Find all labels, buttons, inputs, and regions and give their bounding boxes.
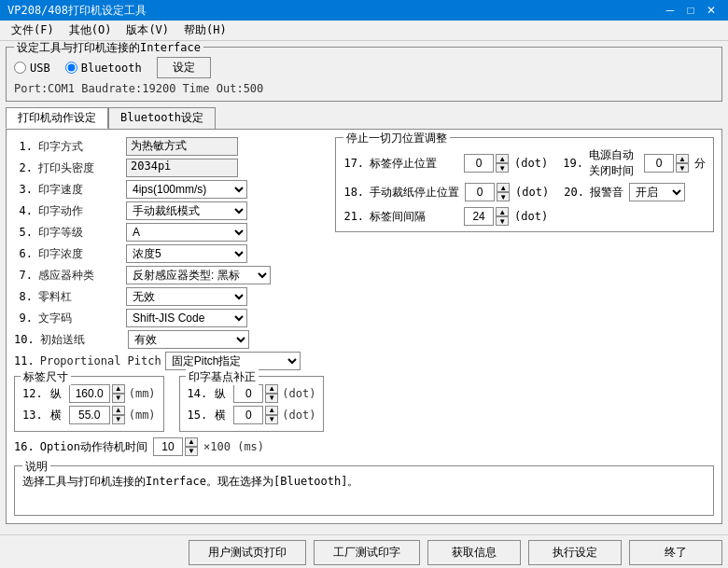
execute-settings-button[interactable]: 执行设定 — [528, 540, 622, 565]
label-gap-down-btn[interactable]: ▼ — [496, 216, 509, 226]
print-origin-legend: 印字基点补正 — [186, 369, 259, 385]
usb-radio-label[interactable]: USB — [14, 62, 50, 75]
row-14-num: 14. — [188, 387, 208, 400]
origin-vertical-input[interactable] — [233, 384, 263, 403]
row-12-label: 纵 — [50, 386, 62, 402]
factory-test-print-button[interactable]: 工厂测试印字 — [314, 540, 420, 565]
close-button[interactable]: ✕ — [702, 1, 721, 20]
alarm-sound-select[interactable]: 开启 关闭 — [629, 183, 685, 201]
origin-horizontal-input[interactable] — [233, 406, 263, 424]
row-9-num: 9. — [14, 312, 33, 325]
row-3-label: 印字速度 — [38, 182, 122, 198]
row-4: 4. 印字动作 手动裁纸模式 自动裁纸模式 — [14, 201, 324, 220]
desc-box-text: 选择工具与打印机连接的Interface。现在选择为[Bluetooth]。 — [22, 474, 706, 490]
manual-cut-stop-down-btn[interactable]: ▼ — [497, 192, 510, 201]
row-15-unit: (dot) — [282, 409, 315, 422]
row-12-unit: (mm) — [129, 387, 156, 400]
label-horizontal-up-btn[interactable]: ▲ — [112, 406, 125, 415]
manual-cut-stop-input[interactable] — [465, 183, 495, 201]
auto-shutoff-up-btn[interactable]: ▲ — [676, 154, 689, 163]
row-14-label: 纵 — [215, 386, 226, 402]
row-2-label: 打印头密度 — [38, 160, 122, 176]
row-7-num: 7. — [14, 269, 33, 282]
interface-legend: 设定工具与打印机连接的Interface — [14, 41, 203, 56]
option-wait-down-btn[interactable]: ▼ — [185, 447, 198, 456]
label-vertical-down-btn[interactable]: ▼ — [112, 394, 125, 403]
row-15-num: 15. — [188, 409, 208, 422]
row-13-label: 横 — [50, 408, 62, 423]
row-7: 7. 感应器种类 反射感应器类型: 黑标 透过感应器类型 — [14, 266, 324, 284]
manual-cut-stop-up-btn[interactable]: ▲ — [497, 183, 510, 192]
origin-vertical-up-btn[interactable]: ▲ — [265, 384, 278, 394]
sensor-type-select[interactable]: 反射感应器类型: 黑标 透过感应器类型 — [126, 266, 271, 284]
row-15: 15. 横 ▲ ▼ (dot) — [188, 406, 316, 424]
row-8-num: 8. — [14, 290, 33, 303]
row-8-label: 零料杠 — [38, 289, 122, 305]
row-7-label: 感应器种类 — [38, 268, 122, 284]
print-density-select[interactable]: 浓度5 浓度1 浓度2 浓度3 浓度4 — [126, 244, 247, 263]
title-bar-title: VP208/408打印机设定工具 — [7, 3, 147, 19]
row-4-num: 4. — [14, 204, 33, 217]
tab-bluetooth-settings[interactable]: Bluetooth设定 — [108, 107, 216, 129]
tab-print-settings[interactable]: 打印机动作设定 — [6, 107, 108, 129]
row-9-label: 文字码 — [38, 311, 122, 326]
row-6: 6. 印字浓度 浓度5 浓度1 浓度2 浓度3 浓度4 — [14, 244, 324, 263]
menu-version[interactable]: 版本(V) — [119, 21, 176, 40]
exit-button[interactable]: 终了 — [629, 540, 722, 565]
interface-setup-button[interactable]: 设定 — [157, 57, 211, 78]
row-12-num: 12. — [22, 387, 43, 400]
origin-horizontal-up-btn[interactable]: ▲ — [265, 406, 278, 415]
desc-box-legend: 说明 — [22, 459, 50, 475]
bluetooth-radio[interactable] — [65, 62, 77, 74]
label-horizontal-input[interactable] — [69, 406, 110, 424]
row-6-num: 6. — [14, 247, 33, 260]
row-5: 5. 印字等级 A B C — [14, 223, 324, 242]
label-stop-pos-down-btn[interactable]: ▼ — [496, 163, 509, 173]
label-vertical-input[interactable] — [69, 384, 110, 403]
auto-shutoff-down-btn[interactable]: ▼ — [676, 163, 689, 173]
print-quality-select[interactable]: A B C — [126, 223, 247, 242]
menu-file[interactable]: 文件(F) — [4, 21, 62, 40]
menu-other[interactable]: 其他(O) — [62, 21, 119, 40]
option-wait-up-btn[interactable]: ▲ — [185, 437, 198, 447]
row-3-num: 3. — [14, 183, 33, 196]
label-horizontal-down-btn[interactable]: ▼ — [112, 415, 125, 424]
proportional-pitch-select[interactable]: 固定Pitch指定 Proportional Pitch指定 — [165, 352, 301, 370]
label-gap-up-btn[interactable]: ▲ — [496, 207, 509, 216]
menu-help[interactable]: 帮助(H) — [176, 21, 234, 40]
peel-bar-select[interactable]: 无效 有效 — [126, 287, 247, 306]
label-stop-pos-input[interactable] — [464, 154, 494, 173]
origin-vertical-down-btn[interactable]: ▼ — [265, 394, 278, 403]
row-15-label: 横 — [215, 408, 226, 423]
row-16-unit: ×100 (ms) — [203, 440, 264, 453]
maximize-button[interactable]: □ — [681, 1, 700, 20]
char-code-select[interactable]: Shift-JIS Code UTF-8 — [126, 309, 247, 327]
initial-feed-select[interactable]: 有效 无效 — [128, 330, 249, 349]
auto-shutoff-input[interactable] — [644, 154, 674, 173]
row-16-label: Option动作待机时间 — [40, 439, 147, 455]
minimize-button[interactable]: ─ — [661, 1, 679, 20]
get-info-button[interactable]: 获取信息 — [427, 540, 521, 565]
row-13-unit: (mm) — [129, 409, 156, 422]
row-2: 2. 打印头密度 2034pi — [14, 159, 324, 177]
title-bar-controls: ─ □ ✕ — [661, 1, 721, 20]
label-stop-pos-up-btn[interactable]: ▲ — [496, 154, 509, 163]
menu-bar: 文件(F) 其他(O) 版本(V) 帮助(H) — [0, 21, 728, 41]
row-5-label: 印字等级 — [38, 225, 122, 241]
option-wait-input[interactable] — [153, 437, 183, 456]
bluetooth-radio-label[interactable]: Bluetooth — [65, 62, 142, 75]
user-test-print-button[interactable]: 用户测试页打印 — [189, 540, 306, 565]
row-10-label: 初始送纸 — [40, 332, 124, 348]
row-14-spinbox: ▲ ▼ — [233, 384, 278, 403]
label-gap-input[interactable] — [464, 207, 494, 226]
print-action-select[interactable]: 手动裁纸模式 自动裁纸模式 — [126, 201, 247, 220]
row-2-value: 2034pi — [126, 159, 238, 177]
usb-radio[interactable] — [14, 62, 26, 74]
tabs-row: 打印机动作设定 Bluetooth设定 — [6, 107, 722, 129]
label-vertical-up-btn[interactable]: ▲ — [112, 384, 125, 394]
origin-horizontal-down-btn[interactable]: ▼ — [265, 415, 278, 424]
print-speed-select[interactable]: 4ips(100mm/s) 2ips(50mm/s) 3ips(75mm/s) — [126, 180, 247, 199]
row-1-num: 1. — [14, 140, 33, 153]
stop-position-legend: 停止一切刀位置调整 — [343, 131, 450, 146]
row-11-label: Proportional Pitch — [40, 354, 161, 367]
